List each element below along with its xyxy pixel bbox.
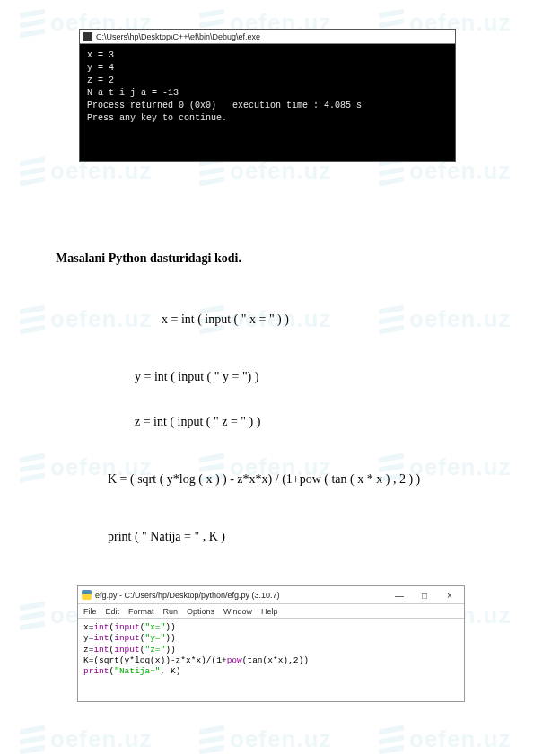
code-line-4: K = ( sqrt ( y*log ( x ) ) - z*x*x) / (1… xyxy=(108,472,420,487)
idle-window: efg.py - C:/Users/hp/Desktop/python/efg.… xyxy=(77,585,465,702)
menu-help[interactable]: Help xyxy=(261,607,278,616)
menu-window[interactable]: Window xyxy=(223,607,252,616)
code-line-2: y = int ( input ( " y = ") ) xyxy=(135,370,258,384)
python-icon xyxy=(82,590,92,600)
code-line-3: z = int ( input ( " z = " ) ) xyxy=(135,415,260,429)
console-app-icon xyxy=(83,32,92,41)
console-line: Press any key to continue. xyxy=(87,113,227,123)
menu-options[interactable]: Options xyxy=(187,607,214,616)
menu-file[interactable]: File xyxy=(83,607,97,616)
code-line-1: x = int ( input ( " x = " ) ) xyxy=(162,312,289,327)
section-heading: Masalani Python dasturidagi kodi. xyxy=(56,251,241,266)
idle-title-text: efg.py - C:/Users/hp/Desktop/python/efg.… xyxy=(95,591,280,600)
idle-window-buttons: — □ × xyxy=(387,588,462,602)
menu-edit[interactable]: Edit xyxy=(106,607,120,616)
idle-menubar: File Edit Format Run Options Window Help xyxy=(78,604,464,619)
console-titlebar: C:\Users\hp\Desktop\C++\ef\bin\Debug\ef.… xyxy=(80,30,455,44)
menu-run[interactable]: Run xyxy=(163,607,179,616)
console-output: x = 3 y = 4 z = 2 N a t i j a = -13 Proc… xyxy=(80,44,455,161)
idle-editor[interactable]: x=int(input("x=")) y=int(input("y=")) z=… xyxy=(78,619,464,701)
close-button[interactable]: × xyxy=(437,588,462,602)
idle-titlebar: efg.py - C:/Users/hp/Desktop/python/efg.… xyxy=(78,586,464,604)
console-line: z = 2 xyxy=(87,75,114,85)
console-title-text: C:\Users\hp\Desktop\C++\ef\bin\Debug\ef.… xyxy=(96,32,260,41)
maximize-button[interactable]: □ xyxy=(412,588,437,602)
menu-format[interactable]: Format xyxy=(128,607,154,616)
console-line: x = 3 xyxy=(87,50,114,60)
console-line: y = 4 xyxy=(87,63,114,73)
console-line: N a t i j a = -13 xyxy=(87,88,179,98)
console-window: C:\Users\hp\Desktop\C++\ef\bin\Debug\ef.… xyxy=(79,29,456,162)
code-line-5: print ( " Natija = " , K ) xyxy=(108,530,225,544)
minimize-button[interactable]: — xyxy=(387,588,412,602)
console-line: Process returned 0 (0x0) execution time … xyxy=(87,101,362,110)
